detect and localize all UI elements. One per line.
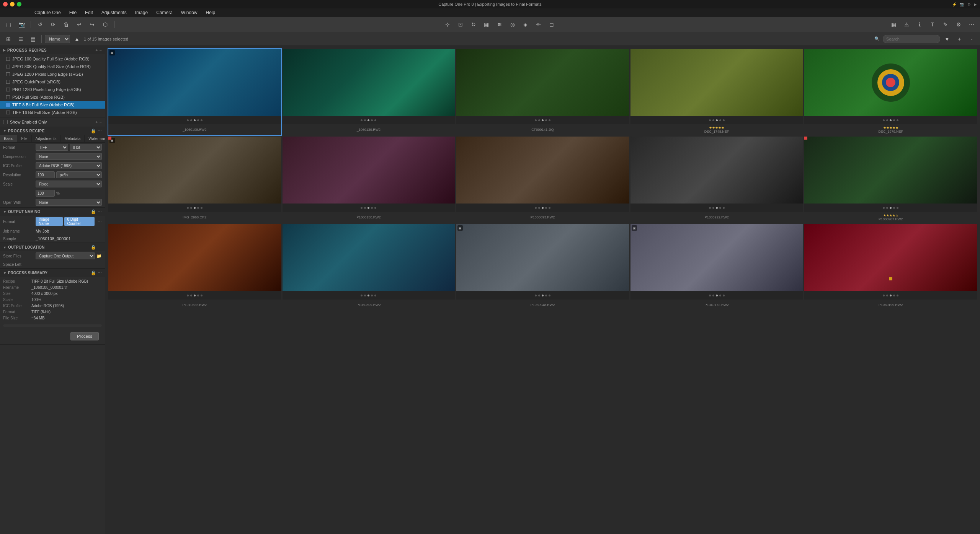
image-cell[interactable]: ▣ P1030948.RW2 (456, 224, 629, 310)
recipe-item[interactable]: JPEG 1280 Pixels Long Edge (sRGB) (0, 70, 105, 78)
menu-capture-one[interactable]: Capture One (31, 9, 65, 16)
output-naming-header[interactable]: ▼ OUTPUT NAMING 🔒 ⋯ (0, 207, 105, 216)
output-location-header[interactable]: ▼ OUTPUT LOCATION 🔒 ⋯ (0, 243, 105, 251)
add-icon[interactable]: + (95, 120, 98, 124)
lock-summary-icon[interactable]: 🔒 (91, 270, 96, 275)
tool-levels[interactable]: ▦ (481, 19, 492, 30)
menu-camera[interactable]: Camera (152, 9, 176, 16)
tool-info[interactable]: ℹ (914, 19, 925, 30)
recipe-tab-file[interactable]: File (17, 135, 31, 142)
image-cell[interactable]: P1000922.RW2 (630, 137, 803, 223)
process-recipes-header[interactable]: ▶ PROCESS RECIPES + − (0, 46, 105, 54)
recipe-tab-watermark[interactable]: Watermark (85, 135, 105, 142)
naming-dots[interactable]: ⋯ (98, 219, 102, 224)
tool-spot[interactable]: ◎ (507, 19, 518, 30)
close-button[interactable] (3, 2, 8, 7)
sort-dropdown[interactable]: Name Date Rating (45, 35, 70, 43)
tool-warning[interactable]: ⚠ (901, 19, 912, 30)
image-cell[interactable]: ★★★★★ DSC_1748.NEF (630, 49, 803, 135)
tool-extra[interactable]: ⋯ (966, 19, 977, 30)
tool-mask[interactable]: ◻ (546, 19, 557, 30)
process-button[interactable]: Process (70, 332, 99, 340)
recipe-checkbox[interactable] (6, 72, 10, 76)
store-files-folder-icon[interactable]: 📁 (96, 254, 102, 259)
tool-sync[interactable]: ⟳ (48, 19, 59, 30)
recipe-item[interactable]: JPEG 100 Quality Full Size (Adobe RGB) (0, 55, 105, 63)
traffic-lights[interactable] (3, 2, 21, 7)
tool-brush[interactable]: ✏ (533, 19, 544, 30)
tool-curves[interactable]: ≋ (494, 19, 505, 30)
show-enabled-checkbox[interactable] (3, 120, 8, 124)
tool-redo[interactable]: ↪ (87, 19, 98, 30)
recipe-item[interactable]: TIFF 8 Bit Full Size (Adobe RGB) (0, 101, 105, 109)
tool-delete[interactable]: 🗑 (61, 19, 72, 30)
scale-type-select[interactable]: Fixed (36, 181, 102, 187)
zoom-out[interactable]: - (966, 34, 977, 44)
tool-select[interactable]: ⊹ (442, 19, 453, 30)
menu-edit[interactable]: Edit (81, 9, 97, 16)
menu-file[interactable]: File (65, 9, 80, 16)
tool-list[interactable]: ☰ (15, 34, 26, 44)
image-cell[interactable]: CF000141.JIQ (456, 49, 629, 135)
tool-capture[interactable]: 📷 (16, 19, 27, 30)
tool-undo[interactable]: ↩ (74, 19, 85, 30)
zoom-in[interactable]: + (954, 34, 965, 44)
icc-profile-select[interactable]: Adobe RGB (1998) (36, 162, 102, 169)
chip-digit-counter[interactable]: 8 Digit Counter (64, 217, 95, 226)
recipe-checkbox[interactable] (6, 95, 10, 99)
recipe-checkbox[interactable] (6, 65, 10, 68)
tool-rotate[interactable]: ↻ (468, 19, 479, 30)
maximize-button[interactable] (17, 2, 21, 7)
search-input[interactable] (883, 35, 940, 43)
bit-depth-select[interactable]: 8 bit 16 bit (70, 144, 102, 151)
menu-help[interactable]: Help (202, 9, 219, 16)
tool-library[interactable]: ⊞ (3, 34, 14, 44)
dots-location-icon[interactable]: ⋯ (98, 245, 102, 250)
dots-icon[interactable]: ⋯ (98, 129, 102, 134)
format-select[interactable]: TIFF JPEG PNG (36, 144, 68, 151)
recipe-checkbox[interactable] (6, 103, 10, 107)
lock-naming-icon[interactable]: 🔒 (91, 209, 96, 214)
dots-summary-icon[interactable]: ⋯ (98, 270, 102, 275)
dots-naming-icon[interactable]: ⋯ (98, 209, 102, 214)
image-cell[interactable]: ▣ _1060108.RW2 (108, 49, 281, 135)
open-with-select[interactable]: None (36, 199, 102, 206)
image-cell[interactable]: P1060199.RW2 (804, 224, 977, 310)
tool-text[interactable]: T (927, 19, 938, 30)
menu-adjustments[interactable]: Adjustments (98, 9, 131, 16)
process-recipe-header[interactable]: ▼ PROCESS RECIPE 🔒 ⋯ (0, 127, 105, 135)
tool-crop[interactable]: ⊡ (455, 19, 466, 30)
compression-select[interactable]: None (36, 153, 102, 160)
tool-import[interactable]: ⬚ (3, 19, 14, 30)
sort-asc[interactable]: ▲ (72, 34, 82, 44)
lock-location-icon[interactable]: 🔒 (91, 245, 96, 250)
image-cell[interactable]: P1010622.RW2 (108, 224, 281, 310)
tool-export[interactable]: ⬡ (100, 19, 111, 30)
tool-refresh[interactable]: ↺ (35, 19, 46, 30)
minus-recipe-icon[interactable]: − (100, 48, 102, 52)
image-cell[interactable]: ★★★★★ DSC_1979.NEF (804, 49, 977, 135)
recipe-item[interactable]: PSD Full Size (Adobe RGB) (0, 93, 105, 101)
image-cell[interactable]: _1060130.RW2 (283, 49, 455, 135)
image-cell[interactable]: ★★★★☆ P1000987.RW2 (804, 137, 977, 223)
chip-image-name[interactable]: Image Name (36, 217, 63, 226)
recipe-checkbox[interactable] (6, 80, 10, 84)
store-files-select[interactable]: Capture One Output (36, 252, 95, 259)
lock-icon[interactable]: 🔒 (91, 129, 96, 134)
image-cell[interactable]: ▣ IMG_2968.CR2 (108, 137, 281, 223)
search-filter[interactable]: ▼ (942, 34, 952, 44)
tool-pen[interactable]: ✎ (940, 19, 951, 30)
minimize-button[interactable] (10, 2, 15, 7)
menu-window[interactable]: Window (177, 9, 201, 16)
menu-image[interactable]: Image (131, 9, 152, 16)
tool-grid-view[interactable]: ▦ (888, 19, 899, 30)
process-summary-header[interactable]: ▼ PROCESS SUMMARY 🔒 ⋯ (0, 269, 105, 277)
image-cell[interactable]: ▣ P1040172.RW2 (630, 224, 803, 310)
resolution-unit[interactable]: px/in px/cm (56, 171, 102, 178)
recipe-tab-basic[interactable]: Basic (0, 135, 17, 142)
image-cell[interactable]: P1000150.RW2 (283, 137, 455, 223)
recipe-tab-metadata[interactable]: Metadata (61, 135, 85, 142)
tool-filmstrip[interactable]: ▤ (28, 34, 38, 44)
recipe-item[interactable]: JPEG 80K Quality Half Size (Adobe RGB) (0, 63, 105, 70)
resolution-input[interactable] (36, 171, 55, 178)
